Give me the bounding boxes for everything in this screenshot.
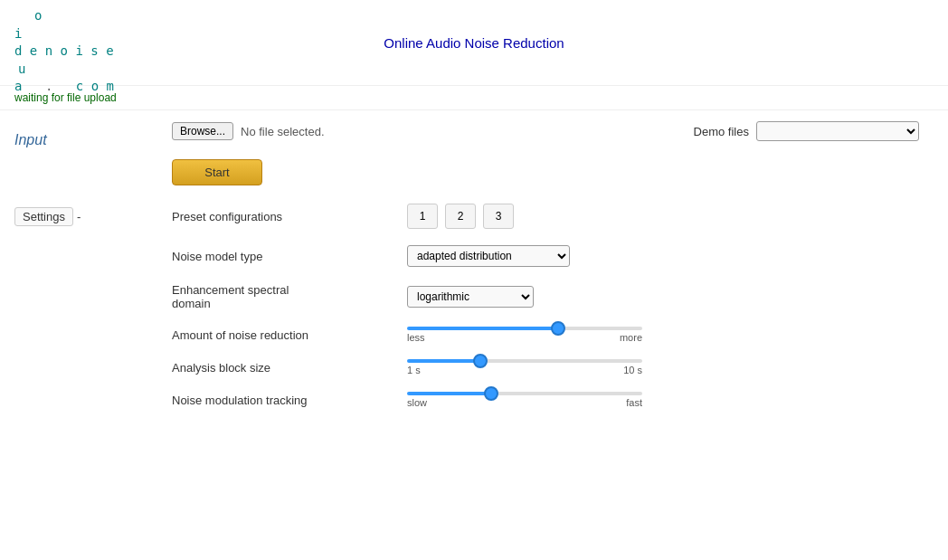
logo-line2: i: [14, 26, 22, 41]
spectral-control: logarithmic linear: [407, 286, 934, 308]
preset-buttons: 1 2 3: [407, 204, 934, 229]
modulation-max: fast: [626, 397, 642, 408]
preset-button-1[interactable]: 1: [407, 204, 438, 229]
spectral-label: Enhancement spectral domain: [172, 283, 407, 310]
preset-button-3[interactable]: 3: [483, 204, 514, 229]
block-size-min: 1 s: [407, 365, 421, 375]
logo-a: a: [14, 78, 22, 96]
logo: o i d e n o i s e u a . c o m: [14, 7, 114, 96]
logo-bottom: a . c o m: [14, 78, 114, 96]
settings-button[interactable]: Settings: [14, 207, 73, 226]
preset-button-2[interactable]: 2: [445, 204, 476, 229]
settings-grid: Preset configurations 1 2 3 Noise model …: [172, 204, 934, 408]
start-button[interactable]: Start: [172, 159, 262, 185]
logo-u: u: [18, 61, 114, 79]
noise-reduction-max: more: [620, 332, 642, 343]
noise-model-label: Noise model type: [172, 250, 407, 263]
logo-dot: .: [45, 78, 52, 96]
noise-reduction-label: Amount of noise reduction: [172, 328, 407, 342]
demo-files-select[interactable]: [756, 121, 919, 141]
modulation-control: slow fast: [407, 392, 934, 408]
input-section-label: Input: [14, 132, 47, 147]
settings-dash: -: [77, 210, 81, 223]
file-name-label: No file selected.: [241, 125, 325, 138]
spectral-select[interactable]: logarithmic linear: [407, 286, 534, 308]
noise-reduction-control: less more: [407, 327, 934, 343]
demo-files-label: Demo files: [694, 125, 749, 138]
modulation-min: slow: [407, 397, 427, 408]
browse-button[interactable]: Browse...: [172, 122, 233, 140]
modulation-label: Noise modulation tracking: [172, 394, 407, 407]
block-size-max: 10 s: [623, 365, 642, 375]
logo-denoise: d e n o i s e: [14, 43, 114, 61]
block-size-label: Analysis block size: [172, 361, 407, 375]
block-size-slider[interactable]: [407, 359, 642, 363]
modulation-slider[interactable]: [407, 392, 642, 395]
noise-reduction-min: less: [407, 332, 425, 343]
header: o i d e n o i s e u a . c o m Online Aud…: [0, 0, 948, 86]
site-title: Online Audio Noise Reduction: [384, 35, 564, 51]
preset-label: Preset configurations: [172, 210, 407, 223]
logo-com: c o m: [76, 78, 114, 96]
status-bar: waiting for file upload: [0, 86, 948, 110]
noise-reduction-slider[interactable]: [407, 327, 642, 330]
noise-model-control: adapted distribution stationary: [407, 245, 934, 267]
block-size-control: 1 s 10 s: [407, 359, 934, 375]
noise-model-select[interactable]: adapted distribution stationary: [407, 245, 570, 267]
logo-line1: o: [34, 7, 114, 25]
